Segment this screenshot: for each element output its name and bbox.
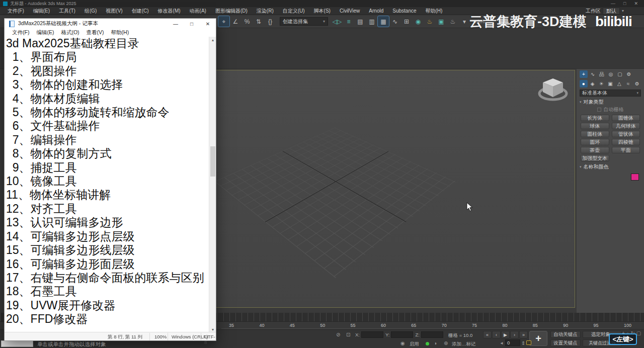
notepad-menu-item[interactable]: 查看(V): [83, 29, 108, 36]
max-menu-item[interactable]: 工具(T): [54, 7, 80, 15]
set-keys-button[interactable]: +: [529, 331, 547, 346]
modify-tab-icon[interactable]: ∿: [589, 70, 597, 78]
current-frame-field[interactable]: 0: [505, 339, 520, 346]
notepad-maximize-button[interactable]: □: [184, 19, 200, 29]
lights-category-icon[interactable]: ☀: [597, 80, 605, 88]
frame-spinner-icon[interactable]: ⇕: [521, 340, 525, 346]
shapes-category-icon[interactable]: ◈: [589, 80, 597, 88]
toolbar-overflow-icon[interactable]: ▾: [459, 16, 470, 27]
play-icon[interactable]: ▶: [501, 331, 510, 338]
angle-snap-icon[interactable]: ∠: [230, 16, 241, 27]
max-maximize-button[interactable]: □: [623, 1, 626, 6]
primitive-button[interactable]: 几何球体: [612, 123, 640, 129]
layer-manager-icon[interactable]: ▤: [355, 16, 366, 27]
notepad-text-area[interactable]: 3d Max2025基础教程目录 1、界面布局 2、视图操作 3、物体的创建和选…: [5, 37, 216, 333]
max-menu-item[interactable]: 自定义(U): [278, 7, 309, 15]
primitive-button[interactable]: 球体: [581, 123, 609, 129]
viewcube[interactable]: [536, 74, 570, 105]
curve-editor-icon[interactable]: ∿: [389, 16, 400, 27]
percent-snap-icon[interactable]: %: [242, 16, 253, 27]
hierarchy-tab-icon[interactable]: 品: [598, 70, 606, 78]
spacewarps-category-icon[interactable]: ≈: [624, 80, 632, 88]
max-close-button[interactable]: ✕: [634, 1, 638, 6]
max-menu-item[interactable]: 视图(V): [101, 7, 127, 15]
snap-toggle-icon[interactable]: ⌖: [218, 16, 229, 27]
primitive-button[interactable]: 圆锥体: [612, 115, 640, 121]
autogrid-checkbox[interactable]: 自动栅格: [577, 106, 644, 114]
notepad-titlebar[interactable]: 3dMax2025基础视频大纲 - 记事本 — □ ✕: [5, 19, 216, 29]
primitive-button[interactable]: 圆柱体: [581, 131, 609, 137]
primitive-button[interactable]: 平面: [612, 147, 640, 153]
notepad-close-button[interactable]: ✕: [200, 19, 216, 29]
primitive-button[interactable]: 管状体: [612, 131, 640, 137]
key-mode-icon[interactable]: [526, 340, 531, 345]
max-menu-item[interactable]: 帮助(H): [421, 7, 447, 15]
rollout-name-color[interactable]: ▾ 名称和颜色: [577, 163, 644, 170]
render-production-icon[interactable]: ♨: [447, 16, 458, 27]
align-icon[interactable]: ≡: [343, 16, 354, 27]
time-tag-icon[interactable]: ⊕: [444, 340, 448, 346]
max-menu-item[interactable]: 图形编辑器(D): [211, 7, 252, 15]
max-menu-item[interactable]: 修改器(M): [153, 7, 185, 15]
max-minimize-button[interactable]: —: [611, 1, 615, 6]
max-menu-item[interactable]: 创建(C): [127, 7, 153, 15]
coordinate-field[interactable]: [361, 331, 383, 338]
shading-toggle-icon[interactable]: ◑: [434, 340, 437, 346]
primitive-button[interactable]: 四棱锥: [612, 139, 640, 145]
coordinate-field[interactable]: [391, 331, 413, 338]
notepad-menu-item[interactable]: 编辑(E): [33, 29, 57, 36]
max-menu-item[interactable]: 渲染(R): [252, 7, 278, 15]
primitive-button[interactable]: 茶壶: [581, 147, 609, 153]
spinner-snap-icon[interactable]: ⇅: [253, 16, 264, 27]
selection-lock-icon[interactable]: ⊡: [346, 332, 350, 337]
go-to-end-icon[interactable]: »: [519, 331, 528, 338]
next-frame-icon[interactable]: ›: [510, 331, 519, 338]
create-tab-icon[interactable]: +: [580, 70, 588, 78]
geometry-category-icon[interactable]: ●: [580, 80, 588, 88]
display-tab-icon[interactable]: ▢: [616, 70, 624, 78]
primitive-button[interactable]: 圆环: [581, 139, 609, 145]
previous-frame-icon[interactable]: ‹: [492, 331, 501, 338]
spinner-left-icon[interactable]: ◄: [500, 341, 504, 345]
cameras-category-icon[interactable]: ▣: [606, 80, 614, 88]
maximize-viewport-icon[interactable]: ▢: [636, 330, 641, 336]
max-menu-item[interactable]: 脚本(S): [309, 7, 335, 15]
go-to-start-icon[interactable]: «: [483, 331, 492, 338]
max-menu-item[interactable]: 组(G): [80, 7, 101, 15]
systems-category-icon[interactable]: ⚙: [633, 80, 641, 88]
status-toggle-icon[interactable]: ◉: [400, 340, 405, 346]
isolate-selection-icon[interactable]: ⊘: [336, 332, 340, 337]
notepad-menu-item[interactable]: 帮助(H): [108, 29, 133, 36]
primitive-type-dropdown[interactable]: 标准基本体 ▾: [580, 90, 641, 97]
mirror-icon[interactable]: ◁▷: [332, 16, 343, 27]
material-editor-icon[interactable]: ◉: [413, 16, 424, 27]
render-setup-icon[interactable]: ♨: [424, 16, 435, 27]
schematic-view-icon[interactable]: ⊞: [401, 16, 412, 27]
add-time-tag-label[interactable]: 添加…标记: [452, 341, 476, 347]
motion-tab-icon[interactable]: ◎: [607, 70, 615, 78]
max-menu-item[interactable]: 编辑(E): [29, 7, 54, 15]
notepad-scrollbar[interactable]: ▴ ▾: [209, 37, 216, 333]
max-menu-item[interactable]: 文件(F): [3, 7, 29, 15]
maxscript-mini-listener[interactable]: [1, 340, 33, 347]
scroll-up-icon[interactable]: ▴: [209, 37, 216, 43]
max-menu-item[interactable]: Arnold: [364, 7, 388, 15]
max-menu-item[interactable]: 动画(A): [185, 7, 211, 15]
object-color-swatch[interactable]: [631, 173, 639, 181]
notepad-minimize-button[interactable]: —: [168, 19, 184, 29]
utilities-tab-icon[interactable]: ⚙: [625, 70, 633, 78]
scrollbar-thumb[interactable]: [210, 146, 215, 177]
rollout-object-type[interactable]: ▾ 对象类型: [577, 99, 644, 106]
ribbon-toggle-icon[interactable]: ▦: [378, 16, 389, 27]
coordinate-field[interactable]: [421, 331, 443, 338]
scene-explorer-icon[interactable]: ▥: [366, 16, 377, 27]
notepad-menu-item[interactable]: 文件(F): [9, 29, 33, 36]
rendered-frame-icon[interactable]: ▣: [436, 16, 447, 27]
helpers-category-icon[interactable]: △: [615, 80, 623, 88]
primitive-button[interactable]: 长方体: [581, 115, 609, 121]
notepad-menu-item[interactable]: 格式(O): [57, 29, 83, 36]
set-key-button[interactable]: 设置关键点: [550, 339, 581, 346]
named-selection-sets-icon[interactable]: {}: [265, 16, 276, 27]
max-menu-item[interactable]: CivilView: [335, 7, 364, 15]
auto-key-button[interactable]: 自动关键点: [550, 331, 581, 338]
